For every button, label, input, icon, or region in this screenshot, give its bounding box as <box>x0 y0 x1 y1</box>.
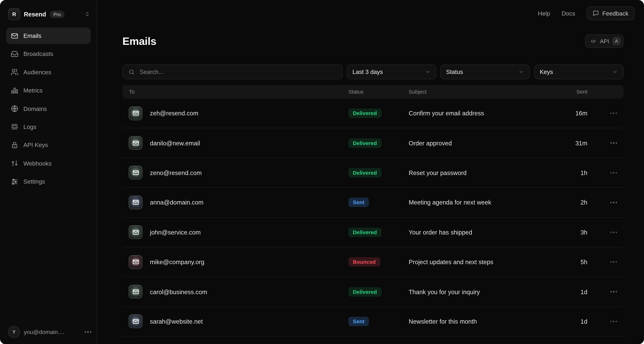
table-row[interactable]: zeno@resend.com Delivered Reset your pas… <box>122 158 624 187</box>
help-link[interactable]: Help <box>538 10 550 16</box>
table-row[interactable]: anna@domain.com Sent Meeting agenda for … <box>122 187 624 217</box>
user-email: you@domain.... <box>24 329 80 335</box>
filter-dropdowns: Last 3 days Status Keys <box>347 64 624 79</box>
plan-badge: Pro <box>50 10 65 18</box>
cell-subject: Your order has shipped <box>409 229 557 236</box>
chevron-down-icon <box>425 69 430 75</box>
bar-chart-icon <box>11 87 18 94</box>
filter-dropdown[interactable]: Keys <box>534 64 624 79</box>
envelope-icon <box>128 255 142 269</box>
api-button[interactable]: API A <box>585 34 624 48</box>
filter-dropdown-label: Keys <box>540 68 553 75</box>
sidebar-item-label: Domains <box>24 106 47 112</box>
table-row[interactable]: sarah@website.net Sent Newsletter for th… <box>122 306 624 336</box>
table-row[interactable]: danilo@new.email Delivered Order approve… <box>122 128 624 158</box>
cell-to: danilo@new.email <box>150 140 348 146</box>
chevron-down-icon <box>518 69 524 75</box>
sidebar-item[interactable]: Domains <box>6 100 91 117</box>
row-menu-ellipsis-icon[interactable] <box>610 112 624 114</box>
table-row[interactable]: Delivered <box>122 336 624 344</box>
row-menu-ellipsis-icon[interactable] <box>610 142 624 144</box>
scale-wrapper: R Resend Pro Emails Broadcasts <box>0 0 644 344</box>
page-title: Emails <box>122 35 156 47</box>
column-header-to: To <box>129 89 348 95</box>
status-badge: Bounced <box>348 257 380 267</box>
inbox-icon <box>11 50 18 58</box>
ellipsis-icon[interactable] <box>84 331 91 332</box>
filter-dropdown[interactable]: Status <box>440 64 530 79</box>
resend-logo: R <box>8 8 20 20</box>
search-box[interactable] <box>122 64 342 79</box>
envelope-icon <box>128 196 142 209</box>
sidebar-item[interactable]: Emails <box>6 28 91 44</box>
table-row[interactable]: carol@business.com Delivered Thank you f… <box>122 277 624 306</box>
filter-dropdown[interactable]: Last 3 days <box>347 64 436 79</box>
table-row[interactable]: mike@company.org Bounced Project updates… <box>122 247 624 276</box>
cell-sent: 1d <box>557 318 588 325</box>
workspace-switcher[interactable]: R Resend Pro <box>0 0 97 24</box>
status-badge: Delivered <box>348 168 381 178</box>
search-input[interactable] <box>139 68 336 76</box>
row-menu-ellipsis-icon[interactable] <box>610 202 624 203</box>
cell-to: zeno@resend.com <box>150 169 348 176</box>
sidebar-item[interactable]: API Keys <box>6 137 91 154</box>
sidebar-item[interactable]: Metrics <box>6 82 91 98</box>
column-header-sent: Sent <box>557 89 588 95</box>
api-button-label: API <box>600 38 609 44</box>
filter-dropdown-label: Status <box>446 68 463 75</box>
sidebar-item-label: Audiences <box>24 69 51 76</box>
row-menu-ellipsis-icon[interactable] <box>610 232 624 233</box>
sidebar-item[interactable]: Audiences <box>6 64 91 80</box>
cell-subject: Order approved <box>409 140 557 146</box>
row-menu-ellipsis-icon[interactable] <box>610 291 624 292</box>
sidebar-item[interactable]: Webhooks <box>6 155 91 172</box>
logs-icon <box>11 123 18 131</box>
status-badge: Delivered <box>348 108 381 118</box>
cell-to: john@service.com <box>150 229 348 236</box>
feedback-button[interactable]: Feedback <box>587 6 634 20</box>
table-body: zeh@resend.com Delivered Confirm your em… <box>122 98 624 344</box>
page-header: Emails API A <box>122 34 624 48</box>
cell-sent: 16m <box>557 110 588 117</box>
envelope-icon <box>128 166 142 180</box>
unfold-vertical-icon <box>84 11 90 17</box>
workspace-name: Resend <box>24 11 46 18</box>
row-menu-ellipsis-icon[interactable] <box>610 172 624 174</box>
envelope-icon <box>128 225 142 239</box>
envelope-icon <box>128 285 142 299</box>
table-row[interactable]: zeh@resend.com Delivered Confirm your em… <box>122 98 624 128</box>
cell-subject: Thank you for your inquiry <box>409 288 557 295</box>
sidebar-nav: Emails Broadcasts Audiences Metrics <box>0 24 97 190</box>
status-badge: Delivered <box>348 138 381 148</box>
docs-link[interactable]: Docs <box>562 10 575 16</box>
envelope-icon <box>128 136 142 150</box>
envelope-icon <box>11 32 18 40</box>
cell-sent: 31m <box>557 140 588 146</box>
table-row[interactable]: john@service.com Delivered Your order ha… <box>122 217 624 247</box>
sidebar-item-label: Emails <box>24 32 41 39</box>
feedback-label: Feedback <box>602 10 628 16</box>
row-menu-ellipsis-icon[interactable] <box>610 321 624 322</box>
chevron-down-icon <box>612 69 618 75</box>
cell-subject: Confirm your email address <box>409 110 557 117</box>
sidebar: R Resend Pro Emails Broadcasts <box>0 0 97 344</box>
lock-icon <box>11 141 18 149</box>
cell-sent: 3h <box>557 229 588 236</box>
sidebar-item[interactable]: Logs <box>6 119 91 135</box>
sidebar-item[interactable]: Settings <box>6 174 91 190</box>
sidebar-item[interactable]: Broadcasts <box>6 46 91 62</box>
cell-subject: Newsletter for this month <box>409 318 557 325</box>
sidebar-item-label: Settings <box>24 178 45 185</box>
status-badge: Sent <box>348 317 369 326</box>
status-badge: Delivered <box>348 287 381 296</box>
user-menu[interactable]: Y you@domain.... <box>8 326 91 338</box>
app-window: R Resend Pro Emails Broadcasts <box>0 0 644 344</box>
shortcut-key-badge: A <box>612 37 620 45</box>
search-icon <box>128 69 135 75</box>
users-icon <box>11 68 18 76</box>
row-menu-ellipsis-icon[interactable] <box>610 261 624 263</box>
sidebar-item-label: API Keys <box>24 142 48 148</box>
cell-to: mike@company.org <box>150 258 348 266</box>
column-header-status: Status <box>348 89 408 95</box>
arrows-up-down-icon <box>11 160 18 167</box>
